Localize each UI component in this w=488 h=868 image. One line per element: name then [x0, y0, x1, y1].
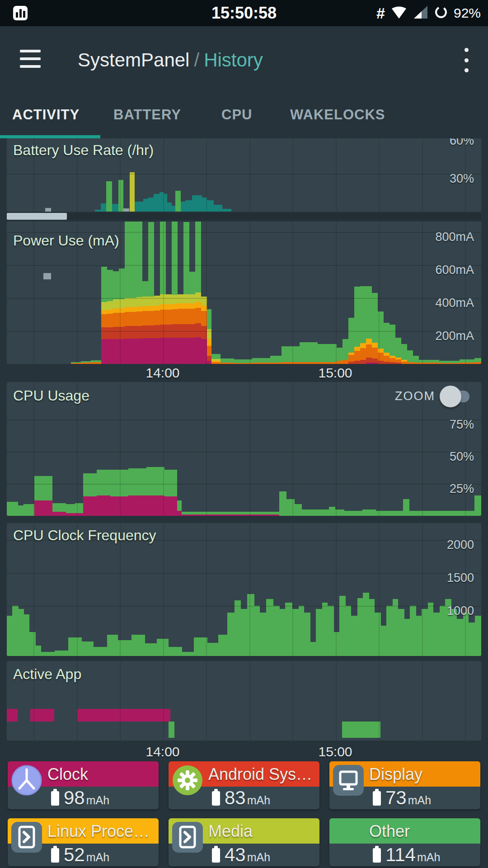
- card-label: Linux Proce…: [47, 818, 150, 844]
- stack-segment: [91, 362, 101, 364]
- app-card-other[interactable]: Other 114 mAh: [329, 818, 480, 866]
- card-power: 43 mAh: [225, 844, 270, 866]
- bar: [260, 613, 266, 656]
- tab-wakelocks[interactable]: WAKELOCKS: [290, 94, 385, 135]
- bar: [241, 609, 247, 656]
- section-name: History: [204, 49, 263, 71]
- bar: [369, 599, 375, 656]
- stack-segment: [148, 222, 154, 297]
- bar: [94, 647, 107, 656]
- cpu-total-bar: [286, 499, 295, 516]
- tab-activity[interactable]: ACTIVITY: [12, 94, 80, 135]
- tab-bar: ACTIVITY BATTERY CPU WAKELOCKS: [0, 94, 488, 138]
- stack-segment: [401, 362, 407, 364]
- gridline-vertical: [422, 222, 423, 364]
- stack-segment: [337, 348, 343, 361]
- menu-icon[interactable]: [20, 50, 41, 68]
- stack-segment: [142, 306, 148, 311]
- monitor-icon: [333, 765, 364, 796]
- stack-segment: [372, 359, 378, 363]
- card-value: 83: [225, 787, 246, 809]
- gridline-vertical: [379, 661, 380, 741]
- y-axis-label: 2000: [447, 538, 474, 552]
- stack-segment: [300, 342, 318, 362]
- stack-segment: [148, 338, 154, 364]
- stack-segment: [136, 222, 142, 297]
- battery-use-rate-chart[interactable]: Battery Use Rate (/hr) 60%30%: [7, 138, 481, 212]
- gridline-vertical: [422, 661, 423, 741]
- chart-title: CPU Clock Frequency: [13, 527, 156, 544]
- app-card-android-system[interactable]: Android Sys… 83 mAh: [169, 761, 319, 809]
- bar: [145, 643, 157, 656]
- zoom-toggle[interactable]: [443, 391, 469, 402]
- bar: [107, 635, 118, 656]
- systempanel-history-screen: 15:50:58 # 92% Syste: [0, 0, 488, 868]
- cpu-system-bar: [110, 496, 128, 516]
- y-axis-label: 50%: [450, 450, 474, 464]
- bar: [95, 210, 101, 212]
- cpu-usage-chart[interactable]: CPU Usage ZOOM 75%50%25%: [7, 382, 481, 516]
- app-card-display[interactable]: Display 73 mAh: [329, 761, 480, 809]
- tab-cpu[interactable]: CPU: [221, 94, 252, 135]
- power-use-chart[interactable]: Power Use (mA) 800mA600mA400mA200mA: [7, 222, 481, 364]
- stack-segment: [107, 310, 113, 314]
- gridline-vertical: [379, 138, 380, 212]
- stack-segment: [131, 312, 136, 326]
- bar: [254, 606, 260, 656]
- stack-segment: [148, 306, 154, 311]
- stack-segment: [460, 359, 474, 363]
- cpu-system-bar: [146, 495, 164, 516]
- stack-segment: [178, 338, 183, 364]
- bar: [82, 642, 94, 656]
- gridline-vertical: [336, 661, 337, 741]
- battery-small-icon: [51, 848, 59, 863]
- app-card-clock[interactable]: Clock 98 mAh: [8, 761, 159, 809]
- chart-title: Power Use (mA): [13, 232, 119, 249]
- timeline-segment: [342, 722, 380, 738]
- bar: [410, 606, 416, 656]
- stack-segment: [166, 338, 172, 364]
- card-label: Media: [208, 818, 253, 844]
- gridline-horizontal: [7, 298, 481, 299]
- card-unit: mAh: [417, 851, 440, 864]
- card-power: 73 mAh: [385, 787, 431, 809]
- bar: [194, 637, 207, 656]
- stack-segment: [71, 363, 81, 364]
- app-card-linux-process[interactable]: Linux Proce… 52 mAh: [8, 818, 159, 866]
- stack-segment: [389, 356, 395, 358]
- stack-segment: [71, 362, 81, 363]
- cpu-total-bar: [403, 499, 409, 516]
- chart-scrollbar-thumb[interactable]: [7, 213, 67, 220]
- bar: [143, 199, 148, 212]
- bar: [339, 596, 346, 656]
- card-label: Clock: [47, 761, 88, 787]
- time-axis-label: 14:00: [145, 365, 179, 381]
- gridline-vertical: [422, 523, 423, 656]
- bar: [322, 603, 328, 656]
- gridline-vertical: [120, 661, 121, 741]
- gridline-vertical: [336, 138, 337, 212]
- stack-segment: [172, 338, 178, 364]
- chart-title: CPU Usage: [13, 387, 89, 404]
- stack-segment: [172, 295, 178, 304]
- y-axis-label: 60%: [450, 138, 474, 148]
- bar: [235, 600, 241, 656]
- cpu-clock-frequency-chart[interactable]: CPU Clock Frequency 200015001000: [7, 523, 481, 656]
- stack-segment: [172, 309, 178, 324]
- tab-battery[interactable]: BATTERY: [113, 94, 181, 135]
- stack-segment: [189, 309, 195, 324]
- chart-title: Battery Use Rate (/hr): [13, 142, 154, 159]
- overflow-menu-icon[interactable]: [465, 48, 469, 72]
- gridline-horizontal: [7, 573, 481, 574]
- stack-segment: [395, 338, 401, 358]
- active-app-chart[interactable]: Active App: [7, 661, 481, 741]
- stack-segment: [195, 292, 201, 302]
- bar: [266, 599, 273, 656]
- card-power: 52 mAh: [64, 844, 109, 866]
- stack-segment: [195, 302, 201, 308]
- stack-segment: [125, 298, 131, 307]
- bar: [440, 606, 445, 656]
- stack-segment: [107, 314, 113, 327]
- app-card-media[interactable]: Media 43 mAh: [169, 818, 319, 866]
- chart-scrollbar-track[interactable]: [7, 213, 481, 220]
